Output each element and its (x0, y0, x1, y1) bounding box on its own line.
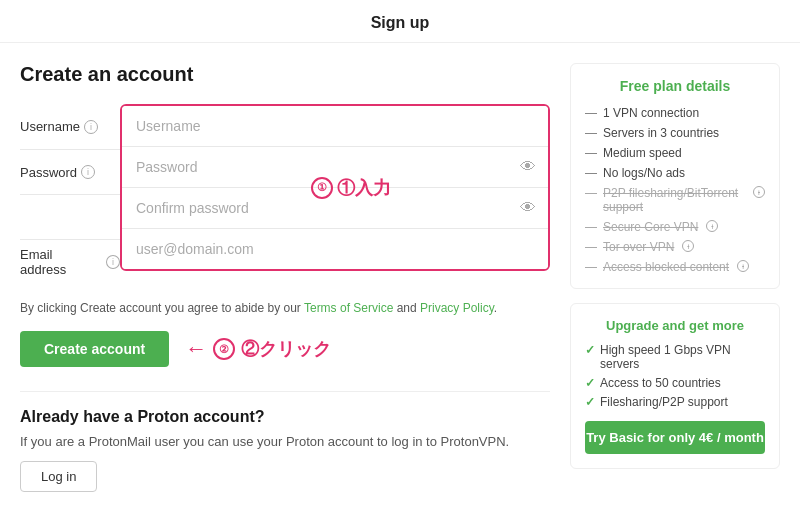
username-label: Username (20, 119, 80, 134)
email-info-icon[interactable]: i (106, 255, 120, 269)
main-content: Create an account Username i Password i … (0, 43, 800, 512)
list-item: —1 VPN connection (585, 106, 765, 120)
confirm-password-row: 👁 (122, 188, 548, 229)
password-label-row: Password i (20, 149, 120, 194)
list-item: —Medium speed (585, 146, 765, 160)
red-arrow-icon: ← (185, 336, 207, 362)
page-header: Sign up (0, 0, 800, 43)
username-row (122, 106, 548, 147)
check-icon: ✓ (585, 343, 595, 357)
upgrade-list: ✓High speed 1 Gbps VPN servers ✓Access t… (585, 343, 765, 409)
header-title: Sign up (371, 14, 430, 31)
already-title: Already have a Proton account? (20, 408, 550, 426)
access-info-icon[interactable]: i (737, 260, 749, 272)
email-input[interactable] (122, 229, 548, 269)
upgrade-title: Upgrade and get more (585, 318, 765, 333)
p2p-info-icon[interactable]: i (753, 186, 765, 198)
list-item: ✓Access to 50 countries (585, 376, 765, 390)
create-btn-row: Create account ← ② ②クリック (20, 331, 550, 367)
free-plan-list: —1 VPN connection —Servers in 3 countrie… (585, 106, 765, 274)
list-item: —Servers in 3 countries (585, 126, 765, 140)
check-icon: ✓ (585, 376, 595, 390)
password-info-icon[interactable]: i (81, 165, 95, 179)
username-label-row: Username i (20, 104, 120, 149)
free-plan-title: Free plan details (585, 78, 765, 94)
tor-info-icon[interactable]: i (682, 240, 694, 252)
confirm-password-label-row (20, 194, 120, 239)
privacy-policy-link[interactable]: Privacy Policy (420, 301, 494, 315)
list-item: —Secure Core VPNi (585, 220, 765, 234)
terms-of-service-link[interactable]: Terms of Service (304, 301, 393, 315)
try-basic-button[interactable]: Try Basic for only 4€ / month (585, 421, 765, 454)
username-info-icon[interactable]: i (84, 120, 98, 134)
terms-text: By clicking Create account you agree to … (20, 299, 550, 317)
click-annotation: ← ② ②クリック (185, 336, 331, 362)
list-item: —No logs/No ads (585, 166, 765, 180)
form-inputs-area: ① ①入力 👁 👁 (120, 104, 550, 271)
check-icon: ✓ (585, 395, 595, 409)
left-panel: Create an account Username i Password i … (20, 63, 550, 492)
email-row (122, 229, 548, 269)
list-item: —Access blocked contenti (585, 260, 765, 274)
already-description: If you are a ProtonMail user you can use… (20, 434, 550, 449)
confirm-password-eye-icon[interactable]: 👁 (520, 199, 536, 217)
create-account-button[interactable]: Create account (20, 331, 169, 367)
password-label: Password (20, 165, 77, 180)
login-button[interactable]: Log in (20, 461, 97, 492)
upgrade-box: Upgrade and get more ✓High speed 1 Gbps … (570, 303, 780, 469)
confirm-password-input[interactable] (122, 188, 548, 228)
password-input[interactable] (122, 147, 548, 187)
click-annotation-circle: ② (213, 338, 235, 360)
list-item: ✓High speed 1 Gbps VPN servers (585, 343, 765, 371)
list-item: —P2P filesharing/BitTorrent supporti (585, 186, 765, 214)
section-title: Create an account (20, 63, 550, 86)
email-label: Email address (20, 247, 102, 277)
secure-core-info-icon[interactable]: i (706, 220, 718, 232)
password-eye-icon[interactable]: 👁 (520, 158, 536, 176)
right-panel: Free plan details —1 VPN connection —Ser… (570, 63, 780, 492)
click-annotation-text: ②クリック (241, 337, 331, 361)
email-label-row: Email address i (20, 239, 120, 284)
username-input[interactable] (122, 106, 548, 146)
password-row: 👁 (122, 147, 548, 188)
already-have-account-section: Already have a Proton account? If you ar… (20, 391, 550, 492)
list-item: ✓Filesharing/P2P support (585, 395, 765, 409)
free-plan-box: Free plan details —1 VPN connection —Ser… (570, 63, 780, 289)
list-item: —Tor over VPNi (585, 240, 765, 254)
labels-column: Username i Password i Email address i (20, 104, 120, 285)
